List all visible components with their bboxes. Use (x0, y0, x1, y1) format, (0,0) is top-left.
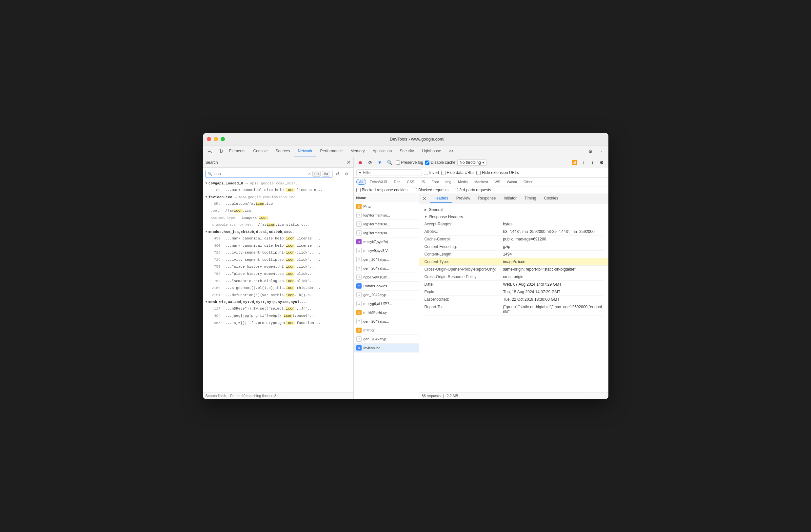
request-item-ping[interactable]: ◎ Ping (354, 202, 419, 211)
third-party-checkbox[interactable]: 3rd-party requests (454, 188, 491, 192)
result-item[interactable]: 2150 ...s.getRoot().el(),a);this.icon=th… (203, 285, 353, 292)
settings-icon[interactable]: ⚙ (586, 147, 595, 156)
inspect-element-icon[interactable] (205, 147, 215, 156)
request-item-log1[interactable]: □ log?format=jso... (354, 211, 419, 220)
response-headers-section-header[interactable]: ▼ Response Headers (425, 213, 603, 220)
result-item[interactable]: URL ...gle.com/favicon.ico (203, 201, 353, 208)
result-group-1-header[interactable]: ▼ cb=gapi.loaded_0 — apis.google.com/_sc… (203, 180, 353, 187)
result-group-4-header[interactable]: ▼ m=sb_wiz,aa,abd,sy12d,sytt,sytp,sy12c,… (203, 299, 353, 305)
request-item-gen3[interactable]: □ gen_204?atyp... (354, 291, 419, 299)
request-item-favicon[interactable]: G favicon.ico (354, 344, 419, 353)
result-item[interactable]: 750 ..."place-history-moment.hl-icon-cli… (203, 263, 353, 270)
filter-icon[interactable]: ▼ (376, 159, 384, 167)
tab-performance[interactable]: Performance (316, 145, 347, 157)
tab-cookies[interactable]: Cookies (540, 194, 562, 203)
result-item[interactable]: 2151 ...d=function(a){var b=this.icon.Eb… (203, 292, 353, 299)
tab-console[interactable]: Console (249, 145, 272, 157)
tab-response[interactable]: Response (474, 194, 500, 203)
result-item[interactable]: 750 ..."place-history-moment.sp-icon-cli… (203, 270, 353, 278)
network-settings-icon[interactable]: ⚙ (598, 159, 606, 167)
clear-results-icon[interactable]: ⊘ (343, 170, 351, 178)
request-item-hfcr[interactable]: ◎ m=hfcr (354, 326, 419, 335)
search-input[interactable] (214, 172, 306, 176)
filter-wasm[interactable]: Wasm (504, 179, 520, 185)
filter-manifest[interactable]: Manifest (471, 179, 491, 185)
request-item-syv9[interactable]: □ m=syv9,syv8,V... (354, 246, 419, 255)
filter-fetch-xhr[interactable]: Fetch/XHR (367, 179, 391, 185)
tab-headers[interactable]: Headers (430, 194, 453, 203)
result-item[interactable]: 450 ...mark canonical cite help icon lic… (203, 235, 353, 242)
request-item-gen5[interactable]: □ gen_204?atyp... (354, 335, 419, 344)
result-item[interactable]: 117 ...nDReve"));Bw.set("select_icon",_J… (203, 305, 353, 313)
hide-extension-urls-checkbox[interactable]: Hide extension URLs (476, 170, 519, 175)
download-icon[interactable]: ↓ (589, 159, 597, 167)
refresh-search-icon[interactable]: ↺ (334, 170, 341, 178)
more-options-icon[interactable]: ⋮ (597, 147, 606, 156)
tab-more[interactable]: >> (445, 145, 457, 157)
filter-font[interactable]: Font (429, 179, 442, 185)
request-item-gen4[interactable]: □ gen_204?atyp... (354, 317, 419, 326)
filter-css[interactable]: CSS (404, 179, 417, 185)
result-item[interactable]: 80 ...mark canonical cite help icon lice… (203, 187, 353, 194)
blocked-cookies-checkbox[interactable]: Blocked response cookies (356, 188, 408, 192)
request-item-kmfp[interactable]: ◎ m=kMFpHd,sy... (354, 308, 419, 317)
result-item[interactable]: content-type: image/x-icon (203, 215, 353, 222)
filter-doc[interactable]: Doc (391, 179, 403, 185)
tab-elements[interactable]: Elements (225, 145, 249, 157)
request-item-rotate[interactable]: R RotateCookies... (354, 282, 419, 291)
request-item-log2[interactable]: □ log?format=jso... (354, 220, 419, 229)
throttle-select[interactable]: No throttling ▾ (457, 159, 487, 166)
tab-timing[interactable]: Timing (521, 194, 540, 203)
upload-icon[interactable]: ↑ (580, 159, 587, 167)
tab-initiator[interactable]: Initiator (500, 194, 521, 203)
tab-network[interactable]: Network (294, 145, 316, 157)
result-item[interactable]: x-google-scs-row-key: /favicon.ico:stati… (203, 221, 353, 229)
result-group-2-header[interactable]: ▼ favicon.ico — www.google.com/favicon.i… (203, 194, 353, 201)
case-option[interactable]: Aa (322, 171, 330, 176)
result-item[interactable]: 955 ...is,6});_.fs.prototype.geticon=fun… (203, 320, 353, 327)
search-network-icon[interactable]: 🔍 (386, 159, 394, 167)
device-toolbar-icon[interactable] (215, 147, 225, 156)
close-button[interactable] (207, 137, 211, 141)
result-group-3-header[interactable]: ▼ m=cdos,hsm,jsa,mb4ZUb,d,csi,cEt90b,SNU… (203, 229, 353, 235)
clear-log-icon[interactable]: ⊘ (366, 159, 374, 167)
result-item[interactable]: :path /favicon.ico (203, 207, 353, 215)
tab-lighthouse[interactable]: Lighthouse (418, 145, 445, 157)
filter-input[interactable] (363, 170, 419, 175)
record-icon[interactable]: ⏺ (356, 159, 364, 167)
filter-js[interactable]: JS (418, 179, 428, 185)
disable-cache-checkbox[interactable]: Disable cache (425, 160, 455, 165)
hide-data-urls-checkbox[interactable]: Hide data URLs (441, 170, 475, 175)
regex-option[interactable]: (.*) (312, 171, 321, 176)
tab-security[interactable]: Security (396, 145, 418, 157)
minimize-button[interactable] (214, 137, 218, 141)
request-item-gen1[interactable]: □ gen_204?atyp... (354, 255, 419, 264)
search-close-icon[interactable]: ✕ (347, 159, 351, 166)
wifi-icon[interactable]: 📶 (570, 159, 578, 167)
tab-sources[interactable]: Sources (272, 145, 294, 157)
filter-all[interactable]: All (356, 179, 366, 185)
request-item-hpba[interactable]: □ hpba:vet=10ah... (354, 273, 419, 282)
general-section-header[interactable]: ▶ General (425, 206, 603, 213)
clear-search-icon[interactable]: ✕ (308, 172, 311, 176)
filter-ws[interactable]: WS (491, 179, 503, 185)
details-close-icon[interactable]: ✕ (420, 194, 428, 202)
maximize-button[interactable] (220, 137, 225, 141)
filter-other[interactable]: Other (521, 179, 536, 185)
filter-media[interactable]: Media (455, 179, 471, 185)
tab-application[interactable]: Application (369, 145, 396, 157)
result-item[interactable]: 729 ...ivity-segment-tooltip.sp-icon-cli… (203, 256, 353, 264)
request-item-gen2[interactable]: □ gen_204?atyp... (354, 264, 419, 273)
result-item[interactable]: 404 ...jpeg|jpg|png|tif|webp|x-icon);bas… (203, 313, 353, 320)
request-item-syg9[interactable]: □ m=syg9,aLUfP?... (354, 299, 419, 308)
request-item-syk7[interactable]: M m=syk7,sylc?xj... (354, 237, 419, 246)
tab-memory[interactable]: Memory (347, 145, 368, 157)
result-item[interactable]: 754 ..."semantic-path-dialog.sp-icon-cli… (203, 278, 353, 285)
filter-img[interactable]: Img (443, 179, 454, 185)
result-item[interactable]: 460 ...mark canonical cite help icon lic… (203, 242, 353, 250)
blocked-requests-checkbox[interactable]: Blocked requests (413, 188, 448, 192)
result-item[interactable]: 729 ...ivity-segment-tooltip.hl-icon-cli… (203, 249, 353, 256)
preserve-log-checkbox[interactable]: Preserve log (396, 160, 423, 165)
tab-preview[interactable]: Preview (453, 194, 474, 203)
request-item-log3[interactable]: □ log?format=jso... (354, 229, 419, 237)
